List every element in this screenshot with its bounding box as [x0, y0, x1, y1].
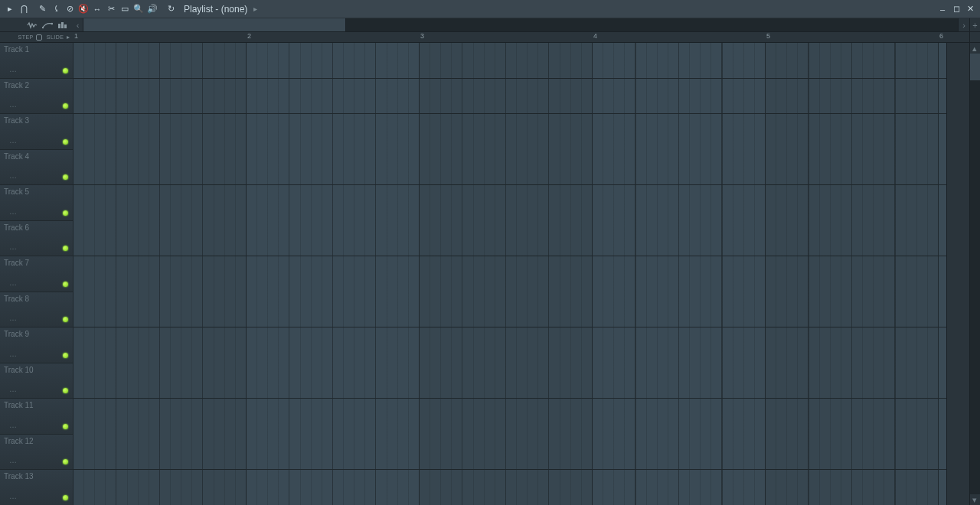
track-enable-led[interactable]: [63, 459, 68, 464]
track-header-column: Track 1…Track 2…Track 3…Track 4…Track 5……: [0, 43, 73, 505]
ruler-bar: STEP SLIDE ▸ 123456: [0, 32, 980, 43]
track-header[interactable]: Track 4…: [0, 150, 73, 186]
play-menu-icon[interactable]: ▸: [3, 2, 17, 16]
pattern-mode-icon[interactable]: [56, 19, 70, 31]
bar-number: 4: [593, 32, 597, 40]
track-menu-icon[interactable]: …: [9, 385, 18, 393]
track-enable-led[interactable]: [63, 246, 68, 251]
track-menu-icon[interactable]: …: [9, 100, 18, 109]
mute-tool-icon[interactable]: 🔇: [77, 2, 90, 16]
track-enable-led[interactable]: [63, 139, 68, 145]
track-enable-led[interactable]: [63, 424, 68, 429]
magnet-snap-icon[interactable]: ⋂: [17, 2, 31, 16]
track-header[interactable]: Track 3…: [0, 114, 73, 150]
track-header[interactable]: Track 10…: [0, 363, 73, 399]
step-toggle[interactable]: STEP: [18, 34, 41, 41]
track-menu-icon[interactable]: …: [9, 136, 18, 145]
track-label: Track 11: [4, 401, 34, 409]
track-menu-icon[interactable]: …: [9, 350, 18, 358]
title-chevron-icon: ▸: [253, 5, 257, 13]
svg-point-1: [51, 22, 53, 24]
track-enable-led[interactable]: [63, 103, 68, 109]
track-menu-icon[interactable]: …: [9, 243, 18, 251]
track-menu-icon[interactable]: …: [9, 207, 18, 216]
timeline-ruler[interactable]: 123456: [73, 32, 969, 42]
track-header[interactable]: Track 11…: [0, 399, 73, 435]
track-enable-led[interactable]: [63, 353, 68, 358]
track-menu-icon[interactable]: …: [9, 456, 18, 464]
step-label: STEP: [18, 34, 33, 40]
track-label: Track 6: [4, 223, 29, 232]
track-header[interactable]: Track 6…: [0, 221, 73, 257]
svg-rect-2: [58, 24, 60, 28]
brush-tool-icon[interactable]: ⤹: [49, 2, 63, 16]
playback-tool-icon[interactable]: 🔊: [145, 2, 159, 16]
track-enable-led[interactable]: [63, 174, 68, 180]
track-label: Track 1: [4, 45, 29, 54]
grid-right-margin: [946, 43, 969, 505]
track-header[interactable]: Track 13…: [0, 470, 73, 505]
bar-number: 3: [420, 32, 424, 40]
vscroll-up-button[interactable]: ▴: [970, 43, 981, 54]
track-header[interactable]: Track 5…: [0, 185, 73, 221]
hscroll-thumb[interactable]: [83, 18, 346, 31]
track-header[interactable]: Track 1…: [0, 43, 73, 79]
sub-toolbar: ‹ › +: [0, 18, 980, 32]
svg-rect-4: [64, 24, 67, 28]
track-label: Track 13: [4, 472, 34, 481]
slide-toggle[interactable]: SLIDE ▸: [47, 34, 70, 41]
hscroll-track[interactable]: [83, 18, 959, 31]
vscroll-track[interactable]: [970, 54, 981, 494]
playlist-main: Track 1…Track 2…Track 3…Track 4…Track 5……: [0, 43, 980, 505]
minimize-button[interactable]: –: [936, 2, 949, 16]
track-label: Track 12: [4, 437, 34, 445]
bar-number: 6: [939, 32, 943, 40]
automation-mode-icon[interactable]: [41, 19, 54, 31]
main-toolbar: ▸⋂✎⤹⊘🔇↔✂▭🔍🔊↻ Playlist - (none) ▸ –◻✕: [0, 0, 980, 18]
slide-label: SLIDE: [47, 34, 64, 40]
track-enable-led[interactable]: [63, 68, 68, 73]
track-menu-icon[interactable]: …: [9, 421, 18, 429]
track-enable-led[interactable]: [63, 495, 68, 500]
bar-number: 5: [766, 32, 770, 40]
track-header[interactable]: Track 9…: [0, 327, 73, 363]
zoom-tool-icon[interactable]: 🔍: [132, 2, 145, 16]
track-label: Track 3: [4, 116, 29, 125]
track-header[interactable]: Track 12…: [0, 435, 73, 471]
slide-chevron-icon: ▸: [67, 34, 70, 41]
svg-rect-3: [61, 22, 64, 28]
select-tool-icon[interactable]: ▭: [118, 2, 132, 16]
track-label: Track 2: [4, 81, 29, 90]
ruler-edge: [969, 32, 980, 42]
slip-tool-icon[interactable]: ↔: [90, 2, 104, 16]
track-header[interactable]: Track 7…: [0, 256, 73, 292]
bar-number: 1: [74, 32, 78, 40]
track-enable-led[interactable]: [63, 210, 68, 216]
track-header[interactable]: Track 8…: [0, 292, 73, 328]
repeat-icon[interactable]: ↻: [164, 2, 178, 16]
vscroll-down-button[interactable]: ▾: [970, 494, 981, 505]
vscroll-thumb[interactable]: [970, 54, 981, 80]
track-enable-led[interactable]: [63, 317, 68, 322]
track-menu-icon[interactable]: …: [9, 314, 18, 322]
track-enable-led[interactable]: [63, 282, 68, 287]
waveform-mode-icon[interactable]: [25, 19, 39, 31]
pencil-tool-icon[interactable]: ✎: [35, 2, 49, 16]
slice-tool-icon[interactable]: ✂: [104, 2, 118, 16]
track-menu-icon[interactable]: …: [9, 279, 18, 287]
track-menu-icon[interactable]: …: [9, 171, 18, 180]
track-enable-led[interactable]: [63, 388, 68, 393]
close-button[interactable]: ✕: [963, 2, 977, 16]
track-menu-icon[interactable]: …: [9, 65, 18, 73]
arrangement-grid[interactable]: [73, 43, 946, 505]
track-label: Track 4: [4, 152, 29, 161]
hscroll-left-button[interactable]: ‹: [73, 18, 83, 31]
maximize-button[interactable]: ◻: [949, 2, 963, 16]
track-label: Track 8: [4, 295, 29, 303]
erase-tool-icon[interactable]: ⊘: [63, 2, 77, 16]
track-header[interactable]: Track 2…: [0, 79, 73, 115]
track-menu-icon[interactable]: …: [9, 492, 18, 500]
hscroll-add-button[interactable]: +: [969, 18, 980, 31]
track-label: Track 9: [4, 330, 29, 338]
hscroll-right-button[interactable]: ›: [959, 18, 969, 31]
